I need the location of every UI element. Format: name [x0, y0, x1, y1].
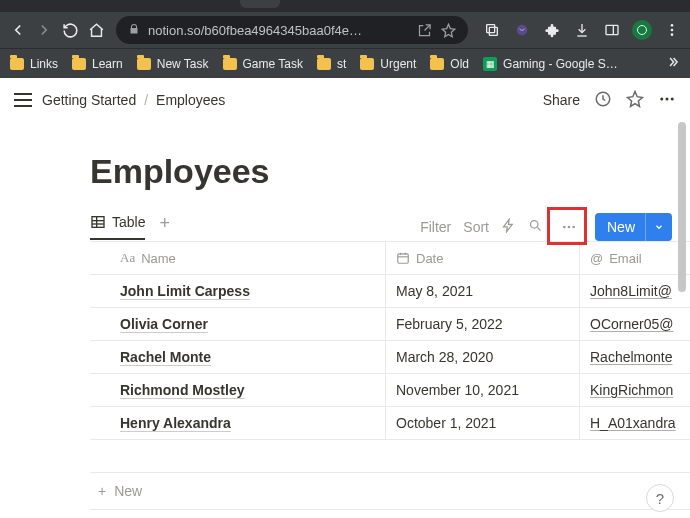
bookmark-label: New Task: [157, 57, 209, 71]
bookmark-label: Gaming - Google S…: [503, 57, 618, 71]
sheets-icon: ▦: [483, 57, 497, 71]
sort-button[interactable]: Sort: [463, 219, 489, 235]
profile-avatar[interactable]: [632, 20, 652, 40]
forward-button[interactable]: [34, 20, 54, 40]
folder-icon: [430, 58, 444, 70]
help-button[interactable]: ?: [646, 484, 674, 512]
bookmark-urgent[interactable]: Urgent: [360, 57, 416, 71]
column-label: Email: [609, 251, 642, 266]
bookmark-st[interactable]: st: [317, 57, 346, 71]
share-url-icon[interactable]: [416, 22, 432, 38]
bookmark-gaming[interactable]: ▦Gaming - Google S…: [483, 57, 618, 71]
cell-email[interactable]: John8Limit@: [580, 275, 690, 307]
breadcrumb-root[interactable]: Getting Started: [42, 92, 136, 108]
bookmark-new-task[interactable]: New Task: [137, 57, 209, 71]
table-row[interactable]: Henry Alexandra October 1, 2021 H_A01xan…: [90, 407, 690, 440]
ext-copy-icon[interactable]: [482, 20, 502, 40]
bookmark-star-icon[interactable]: [440, 22, 456, 38]
cell-name[interactable]: John Limit Carpess: [90, 275, 386, 307]
cell-name[interactable]: Henry Alexandra: [90, 407, 386, 439]
back-button[interactable]: [8, 20, 28, 40]
browser-menu-button[interactable]: [662, 20, 682, 40]
svg-point-11: [666, 97, 669, 100]
cell-email[interactable]: KingRichmon: [580, 374, 690, 406]
ext-chat-icon[interactable]: [512, 20, 532, 40]
new-button[interactable]: New: [595, 213, 672, 241]
folder-icon: [72, 58, 86, 70]
new-row-label: New: [114, 483, 142, 499]
table-row[interactable]: John Limit Carpess May 8, 2021 John8Limi…: [90, 275, 690, 308]
search-icon[interactable]: [528, 218, 543, 236]
bookmark-label: Urgent: [380, 57, 416, 71]
column-header-date[interactable]: Date: [386, 242, 580, 274]
svg-point-10: [660, 97, 663, 100]
bookmarks-bar: Links Learn New Task Game Task st Urgent…: [0, 48, 690, 78]
page-more-icon[interactable]: [658, 90, 676, 111]
column-header-email[interactable]: @ Email: [580, 242, 690, 274]
svg-point-6: [671, 24, 674, 27]
cell-name[interactable]: Richmond Mostley: [90, 374, 386, 406]
table-row[interactable]: Richmond Mostley November 10, 2021 KingR…: [90, 374, 690, 407]
cell-date[interactable]: May 8, 2021: [386, 275, 580, 307]
column-label: Name: [141, 251, 176, 266]
page-title[interactable]: Employees: [90, 152, 690, 191]
svg-rect-3: [606, 25, 618, 34]
bookmark-old[interactable]: Old: [430, 57, 469, 71]
bolt-icon[interactable]: [501, 218, 516, 236]
email-icon: @: [590, 251, 603, 266]
filter-button[interactable]: Filter: [420, 219, 451, 235]
extensions-button[interactable]: [542, 20, 562, 40]
url-bar[interactable]: notion.so/b60fbea4964345baa0f4e…: [116, 16, 468, 44]
cell-email[interactable]: OCorner05@: [580, 308, 690, 340]
column-header-name[interactable]: Aa Name: [90, 242, 386, 274]
page-content: Employees Table + Filter Sort: [0, 122, 690, 510]
bookmark-label: Old: [450, 57, 469, 71]
view-tab-table[interactable]: Table: [90, 214, 145, 240]
svg-line-18: [537, 227, 540, 230]
bookmark-links[interactable]: Links: [10, 57, 58, 71]
breadcrumb-current[interactable]: Employees: [156, 92, 225, 108]
new-button-label: New: [595, 219, 645, 235]
svg-point-21: [572, 226, 575, 229]
cell-date[interactable]: October 1, 2021: [386, 407, 580, 439]
bookmark-label: Game Task: [243, 57, 303, 71]
favorite-icon[interactable]: [626, 90, 644, 111]
hamburger-icon[interactable]: [14, 93, 32, 107]
scrollbar[interactable]: [678, 122, 686, 292]
cell-name[interactable]: Olivia Corner: [90, 308, 386, 340]
extension-icons: [478, 20, 682, 40]
cell-email[interactable]: Rachelmonte: [580, 341, 690, 373]
cell-email[interactable]: H_A01xandra: [580, 407, 690, 439]
database-tools: Filter Sort New: [420, 213, 672, 241]
new-button-dropdown[interactable]: [645, 213, 672, 241]
cell-date[interactable]: November 10, 2021: [386, 374, 580, 406]
folder-icon: [137, 58, 151, 70]
panel-button[interactable]: [602, 20, 622, 40]
database-more-button[interactable]: [555, 213, 583, 241]
notion-topbar: Getting Started / Employees Share: [0, 78, 690, 122]
browser-tab-strip: [0, 0, 690, 12]
folder-icon: [223, 58, 237, 70]
cell-name[interactable]: Rachel Monte: [90, 341, 386, 373]
share-button[interactable]: Share: [543, 92, 580, 108]
bookmarks-overflow[interactable]: [666, 55, 680, 72]
column-label: Date: [416, 251, 443, 266]
download-button[interactable]: [572, 20, 592, 40]
reload-button[interactable]: [60, 20, 80, 40]
table-row[interactable]: Olivia Corner February 5, 2022 OCorner05…: [90, 308, 690, 341]
home-button[interactable]: [86, 20, 106, 40]
cell-date[interactable]: March 28, 2020: [386, 341, 580, 373]
bookmark-learn[interactable]: Learn: [72, 57, 123, 71]
tab-stub: [240, 0, 280, 8]
table-icon: [90, 214, 106, 230]
table-row[interactable]: Rachel Monte March 28, 2020 Rachelmonte: [90, 341, 690, 374]
svg-point-5: [638, 26, 647, 35]
updates-icon[interactable]: [594, 90, 612, 111]
new-row-button[interactable]: + New: [90, 473, 690, 510]
bookmark-game-task[interactable]: Game Task: [223, 57, 303, 71]
cell-date[interactable]: February 5, 2022: [386, 308, 580, 340]
empty-row[interactable]: [90, 440, 690, 473]
svg-rect-0: [489, 27, 497, 35]
add-view-button[interactable]: +: [157, 214, 174, 240]
svg-rect-22: [398, 254, 409, 263]
